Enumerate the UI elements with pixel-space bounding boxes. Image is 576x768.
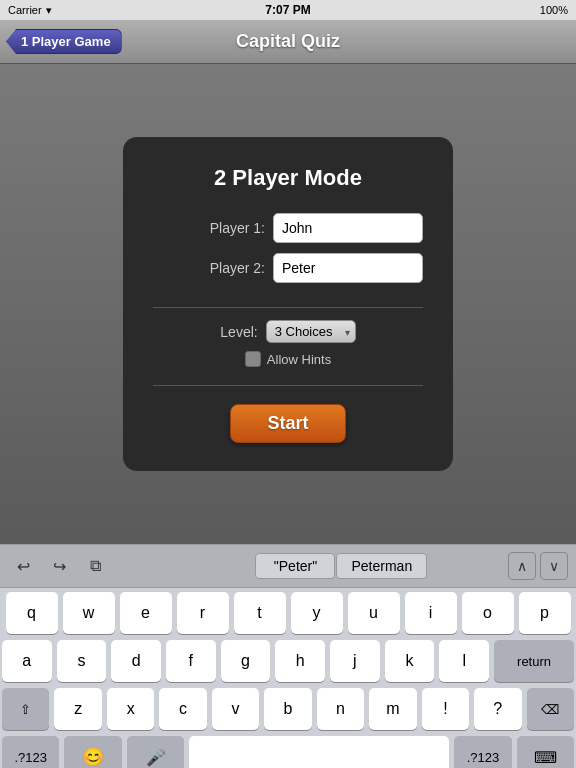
key-l[interactable]: l xyxy=(439,640,489,682)
wifi-icon: ▾ xyxy=(46,4,52,17)
key-k[interactable]: k xyxy=(385,640,435,682)
cursor-up-button[interactable]: ∧ xyxy=(508,552,536,580)
level-label: Level: xyxy=(220,324,257,340)
nav-bar: 1 Player Game Capital Quiz xyxy=(0,20,576,64)
key-space[interactable] xyxy=(189,736,449,768)
key-g[interactable]: g xyxy=(221,640,271,682)
key-v[interactable]: v xyxy=(212,688,259,730)
divider2 xyxy=(153,385,423,386)
key-f[interactable]: f xyxy=(166,640,216,682)
key-h[interactable]: h xyxy=(275,640,325,682)
key-emoji[interactable]: 😊 xyxy=(64,736,121,768)
key-row-4: .?123 😊 🎤 .?123 ⌨ xyxy=(2,736,574,768)
key-s[interactable]: s xyxy=(57,640,107,682)
divider1 xyxy=(153,307,423,308)
battery-label: 100% xyxy=(540,4,568,16)
key-mic[interactable]: 🎤 xyxy=(127,736,184,768)
player1-input[interactable] xyxy=(273,213,423,243)
key-z[interactable]: z xyxy=(54,688,101,730)
player1-label: Player 1: xyxy=(200,220,265,236)
autocomplete-bar: "Peter" Peterman xyxy=(175,553,508,579)
carrier-label: Carrier xyxy=(8,4,42,16)
player-form: Player 1: Player 2: xyxy=(153,213,423,283)
key-r[interactable]: r xyxy=(177,592,229,634)
status-bar: Carrier ▾ 7:07 PM 100% xyxy=(0,0,576,20)
key-p[interactable]: p xyxy=(519,592,571,634)
key-j[interactable]: j xyxy=(330,640,380,682)
key-y[interactable]: y xyxy=(291,592,343,634)
key-x[interactable]: x xyxy=(107,688,154,730)
key-keyboard[interactable]: ⌨ xyxy=(517,736,574,768)
player2-label: Player 2: xyxy=(200,260,265,276)
key-i[interactable]: i xyxy=(405,592,457,634)
hints-checkbox[interactable] xyxy=(245,351,261,367)
back-button[interactable]: 1 Player Game xyxy=(6,29,122,54)
autocomplete-item-0[interactable]: "Peter" xyxy=(255,553,335,579)
keyboard-area: ↩ ↪ ⧉ "Peter" Peterman ∧ ∨ q w e r t y u… xyxy=(0,544,576,768)
key-d[interactable]: d xyxy=(111,640,161,682)
level-select[interactable]: 3 Choices 4 Choices 5 Choices xyxy=(266,320,356,343)
player2-row: Player 2: xyxy=(153,253,423,283)
key-a[interactable]: a xyxy=(2,640,52,682)
key-shift-left[interactable]: ⇧ xyxy=(2,688,49,730)
key-e[interactable]: e xyxy=(120,592,172,634)
level-select-wrapper: 3 Choices 4 Choices 5 Choices ▾ xyxy=(266,320,356,343)
redo-button[interactable]: ↪ xyxy=(44,551,74,581)
keyboard-keys: q w e r t y u i o p a s d f g h j k l re… xyxy=(0,588,576,768)
card-title: 2 Player Mode xyxy=(214,165,362,191)
nav-title: Capital Quiz xyxy=(236,31,340,52)
key-c[interactable]: c xyxy=(159,688,206,730)
hints-row: Allow Hints xyxy=(245,351,331,367)
hints-label: Allow Hints xyxy=(267,352,331,367)
status-time: 7:07 PM xyxy=(265,3,310,17)
start-button[interactable]: Start xyxy=(230,404,345,443)
level-row: Level: 3 Choices 4 Choices 5 Choices ▾ xyxy=(220,320,355,343)
status-right: 100% xyxy=(540,4,568,16)
key-exclaim[interactable]: ! xyxy=(422,688,469,730)
key-n[interactable]: n xyxy=(317,688,364,730)
cursor-down-button[interactable]: ∨ xyxy=(540,552,568,580)
key-w[interactable]: w xyxy=(63,592,115,634)
keyboard-toolbar: ↩ ↪ ⧉ "Peter" Peterman ∧ ∨ xyxy=(0,544,576,588)
card: 2 Player Mode Player 1: Player 2: Level:… xyxy=(123,137,453,471)
key-m[interactable]: m xyxy=(369,688,416,730)
toolbar-right: ∧ ∨ xyxy=(508,552,568,580)
autocomplete-item-1[interactable]: Peterman xyxy=(336,553,427,579)
key-row-3: ⇧ z x c v b n m ! ? ⌫ xyxy=(2,688,574,730)
key-q[interactable]: q xyxy=(6,592,58,634)
key-b[interactable]: b xyxy=(264,688,311,730)
key-t[interactable]: t xyxy=(234,592,286,634)
key-num-right[interactable]: .?123 xyxy=(454,736,511,768)
clipboard-button[interactable]: ⧉ xyxy=(80,551,110,581)
key-o[interactable]: o xyxy=(462,592,514,634)
status-left: Carrier ▾ xyxy=(8,4,52,17)
key-u[interactable]: u xyxy=(348,592,400,634)
undo-button[interactable]: ↩ xyxy=(8,551,38,581)
player1-row: Player 1: xyxy=(153,213,423,243)
key-return[interactable]: return xyxy=(494,640,574,682)
key-row-1: q w e r t y u i o p xyxy=(2,592,574,634)
player2-input[interactable] xyxy=(273,253,423,283)
key-question[interactable]: ? xyxy=(474,688,521,730)
key-delete[interactable]: ⌫ xyxy=(527,688,574,730)
key-num-left[interactable]: .?123 xyxy=(2,736,59,768)
toolbar-left: ↩ ↪ ⧉ xyxy=(8,551,175,581)
key-row-2: a s d f g h j k l return xyxy=(2,640,574,682)
main-area: 2 Player Mode Player 1: Player 2: Level:… xyxy=(0,64,576,544)
